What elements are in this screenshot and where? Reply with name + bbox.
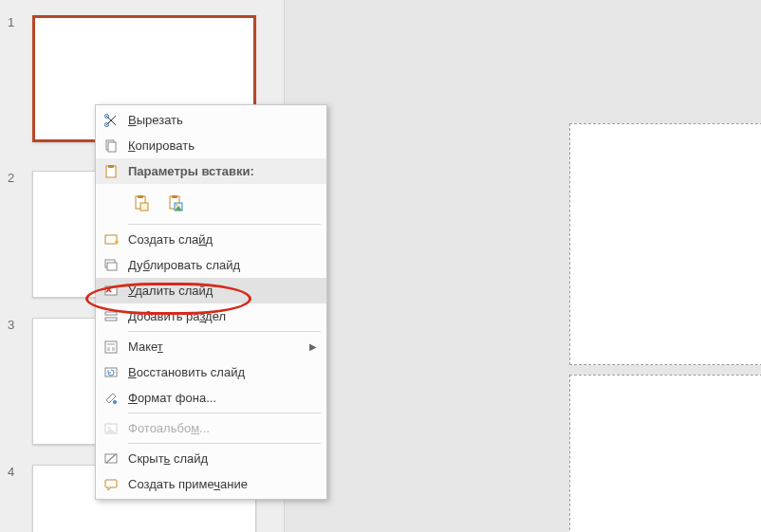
svg-rect-17 — [105, 312, 117, 315]
slide-number: 2 — [8, 171, 25, 185]
svg-rect-18 — [105, 318, 117, 321]
svg-point-26 — [108, 426, 111, 429]
title-placeholder[interactable] — [569, 123, 761, 365]
duplicate-slide-icon — [102, 256, 121, 275]
menu-label: Удалить слайд — [128, 284, 317, 298]
reset-slide-icon — [102, 363, 121, 382]
slide-number: 3 — [8, 318, 25, 332]
slide-number: 1 — [8, 15, 25, 29]
menu-label: Макет — [128, 339, 309, 354]
delete-slide-icon — [102, 282, 121, 301]
menu-new-slide[interactable]: Создать слайд — [96, 227, 326, 252]
copy-icon — [102, 137, 121, 156]
menu-label: Добавить раздел — [128, 309, 317, 323]
svg-rect-20 — [107, 343, 115, 345]
slide-number: 4 — [8, 465, 25, 479]
submenu-arrow-icon: ▶ — [309, 341, 317, 352]
menu-separator — [128, 443, 321, 444]
slide-context-menu: Вырезать Копировать Параметры вставки: С… — [95, 104, 327, 500]
svg-rect-21 — [107, 347, 110, 351]
add-section-icon — [102, 307, 121, 326]
content-placeholder[interactable] — [569, 375, 761, 532]
menu-separator — [128, 331, 321, 332]
menu-label: Параметры вставки: — [128, 164, 317, 178]
menu-label: Фотоальбом... — [128, 421, 317, 435]
svg-point-24 — [113, 400, 117, 404]
svg-point-12 — [176, 204, 177, 206]
menu-layout[interactable]: Макет ▶ — [96, 334, 326, 359]
svg-rect-19 — [105, 341, 117, 353]
menu-label: Формат фона... — [128, 391, 317, 405]
slide-edit-area — [285, 0, 761, 532]
menu-label: Скрыть слайд — [128, 451, 317, 466]
paste-picture[interactable] — [162, 190, 189, 216]
menu-separator — [128, 224, 321, 225]
photo-album-icon — [102, 419, 121, 438]
svg-rect-22 — [112, 347, 115, 351]
svg-rect-7 — [138, 195, 143, 198]
menu-duplicate-slide[interactable]: Дублировать слайд — [96, 252, 326, 278]
svg-rect-28 — [105, 480, 117, 487]
svg-rect-5 — [108, 165, 114, 168]
scissors-icon — [102, 111, 121, 130]
menu-photo-album: Фотоальбом... — [96, 415, 326, 441]
menu-format-background[interactable]: Формат фона... — [96, 385, 326, 411]
menu-hide-slide[interactable]: Скрыть слайд — [96, 446, 326, 471]
menu-separator — [128, 413, 321, 413]
menu-label: Создать слайд — [128, 232, 317, 247]
menu-add-section[interactable]: Добавить раздел — [96, 303, 326, 329]
comment-icon — [102, 475, 121, 494]
menu-label: Восстановить слайд — [128, 365, 317, 379]
menu-cut[interactable]: Вырезать — [96, 107, 326, 133]
menu-copy[interactable]: Копировать — [96, 133, 326, 158]
menu-label: Копировать — [128, 138, 317, 153]
hide-slide-icon — [102, 449, 121, 468]
menu-paste-options-header: Параметры вставки: — [96, 158, 326, 184]
menu-label: Вырезать — [128, 113, 317, 127]
menu-label: Дублировать слайд — [128, 258, 317, 272]
menu-reset-slide[interactable]: Восстановить слайд — [96, 359, 326, 385]
paste-options-row — [96, 184, 326, 222]
svg-rect-3 — [108, 142, 116, 152]
paste-use-destination-theme[interactable] — [128, 190, 155, 216]
menu-new-comment[interactable]: Создать примечание — [96, 471, 326, 497]
svg-rect-8 — [140, 203, 148, 211]
clipboard-icon — [102, 162, 121, 181]
layout-icon — [102, 338, 121, 357]
menu-delete-slide[interactable]: Удалить слайд — [96, 278, 326, 303]
menu-label: Создать примечание — [128, 477, 317, 491]
new-slide-icon — [102, 230, 121, 249]
svg-rect-15 — [107, 263, 117, 270]
format-background-icon — [102, 389, 121, 408]
svg-rect-10 — [172, 195, 177, 198]
